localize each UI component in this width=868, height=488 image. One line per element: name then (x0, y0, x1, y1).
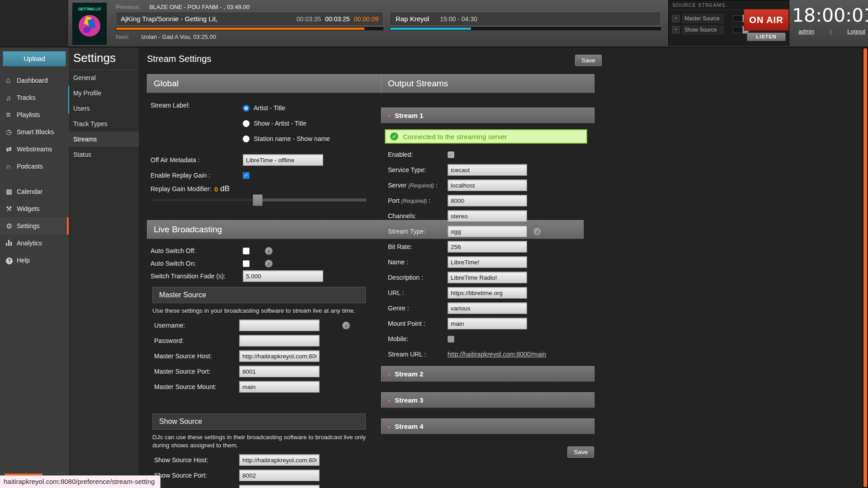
bit-rate-label: Bit Rate: (381, 243, 448, 250)
password-input[interactable] (239, 335, 320, 347)
mount-point-input[interactable] (448, 318, 527, 329)
modifier-label: Replay Gain Modifier: (147, 185, 212, 192)
genre-input[interactable] (448, 302, 527, 314)
info-icon[interactable]: i (265, 260, 273, 267)
bit-rate-input[interactable] (448, 241, 527, 253)
page-scrollbar[interactable] (863, 47, 868, 488)
sidebar-item-settings[interactable]: Settings (0, 217, 69, 235)
sidebar-item-smart-blocks[interactable]: Smart Blocks (0, 123, 69, 141)
info-icon[interactable]: i (533, 228, 541, 235)
stream-label-label: Stream Label: (147, 100, 243, 109)
master-source-header: Master Source (152, 287, 366, 303)
sidebar-item-analytics[interactable]: Analytics (0, 235, 69, 252)
port-input[interactable] (448, 195, 527, 206)
logout-link[interactable]: Logout (847, 28, 865, 35)
track-progress-fill (116, 28, 364, 30)
description-row: Description : (381, 272, 594, 283)
master-source-host-input[interactable] (239, 350, 320, 362)
submenu-item-streams[interactable]: Streams (69, 131, 139, 147)
show-source-description: DJs can use these settings in their broa… (152, 433, 368, 450)
sidebar-item-calendar[interactable]: Calendar (0, 183, 69, 200)
master-source-description: Use these settings in your broadcasting … (152, 307, 368, 315)
info-icon[interactable]: i (342, 322, 350, 329)
show-source-mount-input[interactable] (239, 485, 320, 488)
radio-station-show-name[interactable]: Station name - Show name (243, 131, 330, 146)
server-input[interactable] (448, 179, 527, 191)
show-progress-bar (390, 27, 661, 30)
radio-show-artist-title[interactable]: Show - Artist - Title (243, 116, 330, 131)
stream-type-input[interactable] (448, 225, 527, 237)
stream-url-row: Stream URL : http://haitirapkreyol.com:8… (381, 349, 594, 360)
stream-type-label: Stream Type: (381, 228, 448, 235)
radio-artist-title[interactable]: Artist - Title (243, 100, 330, 116)
stream-url-link[interactable]: http://haitirapkreyol.com:8000/main (448, 351, 546, 358)
sidebar-item-widgets[interactable]: Widgets (0, 200, 69, 217)
upload-button[interactable]: Upload (3, 51, 66, 66)
save-button-bottom[interactable]: Save (567, 446, 594, 458)
auto-switch-off-checkbox[interactable] (243, 248, 250, 254)
submenu-item-general[interactable]: General (69, 70, 139, 85)
channels-input[interactable] (448, 210, 527, 222)
name-input[interactable] (448, 256, 527, 268)
mobile-checkbox[interactable] (448, 336, 454, 343)
off-air-metadata-input[interactable] (243, 154, 323, 166)
stream1-accordion[interactable]: ▾ Stream 1 (381, 108, 594, 123)
show-name: Rap Kreyol (396, 15, 429, 23)
submenu-item-my-profile[interactable]: My Profile (69, 85, 139, 101)
output-streams-column: Output Streams ▾ Stream 1 ✓ Connected to… (381, 74, 594, 458)
submenu-item-users[interactable]: Users (69, 101, 139, 116)
topbar-left-block (0, 0, 69, 47)
info-icon[interactable]: i (265, 247, 273, 255)
sidebar-item-podcasts[interactable]: Podcasts (0, 158, 69, 175)
fade-label: Switch Transition Fade (s): (147, 272, 243, 280)
chart-icon (6, 239, 17, 247)
stream2-accordion[interactable]: ▸ Stream 2 (381, 366, 594, 382)
user-links-row: admin | Logout (798, 28, 865, 35)
stream-type-row: Stream Type: i (381, 226, 594, 237)
radio-selected-icon[interactable] (243, 105, 250, 112)
port-row: Port (Required) : (381, 195, 594, 206)
save-button-top[interactable]: Save (575, 55, 602, 66)
stream3-accordion[interactable]: ▸ Stream 3 (381, 392, 594, 408)
auto-switch-off-label: Auto Switch Off: (147, 247, 243, 254)
enabled-checkbox[interactable]: ✓ (448, 151, 454, 158)
admin-link[interactable]: admin (798, 28, 814, 35)
master-source-mount-label: Master Source Mount: (147, 383, 239, 390)
master-source-port-input[interactable] (239, 366, 320, 377)
mount-point-row: Mount Point : (381, 318, 594, 329)
show-source-label: Show Source (682, 25, 724, 34)
sidebar-item-webstreams[interactable]: Webstreams (0, 141, 69, 158)
show-source-row: × Show Source (672, 25, 750, 34)
stream4-accordion[interactable]: ▸ Stream 4 (381, 418, 594, 434)
sidebar-item-dashboard[interactable]: Dashboard (0, 72, 69, 89)
show-source-close-icon[interactable]: × (672, 26, 679, 33)
master-source-port-label: Master Source Port: (147, 368, 239, 375)
radio-unselected-icon[interactable] (243, 136, 250, 142)
auto-switch-on-checkbox[interactable] (243, 260, 250, 267)
show-source-port-input[interactable] (239, 469, 320, 481)
replay-gain-slider[interactable] (151, 198, 367, 202)
sidebar-item-playlists[interactable]: Playlists (0, 106, 69, 123)
sidebar-item-tracks[interactable]: Tracks (0, 89, 69, 106)
show-progress-fill (390, 28, 471, 30)
url-input[interactable] (448, 287, 527, 299)
radio-unselected-icon[interactable] (243, 120, 250, 127)
description-input[interactable] (448, 272, 527, 283)
fade-input[interactable] (243, 270, 323, 282)
show-source-host-input[interactable] (239, 454, 320, 466)
sidebar-item-help[interactable]: Help (0, 252, 69, 269)
service-type-input[interactable] (448, 164, 527, 176)
master-source-row: × Master Source (672, 14, 750, 23)
previous-label: Previous: (116, 4, 140, 10)
replay-gain-checkbox[interactable]: ✓ (243, 172, 250, 179)
master-source-mount-input[interactable] (239, 381, 320, 393)
on-air-button[interactable]: ON AIR (744, 9, 789, 31)
connected-alert-text: Connected to the streaming server (403, 133, 507, 141)
username-input[interactable] (239, 319, 320, 331)
slider-handle[interactable] (253, 194, 263, 206)
master-source-close-icon[interactable]: × (672, 15, 679, 22)
submenu-item-track-types[interactable]: Track Types (69, 116, 139, 131)
submenu-item-status[interactable]: Status (69, 147, 139, 162)
listen-button[interactable]: LISTEN (747, 33, 786, 41)
scrollbar-thumb[interactable] (863, 48, 867, 487)
